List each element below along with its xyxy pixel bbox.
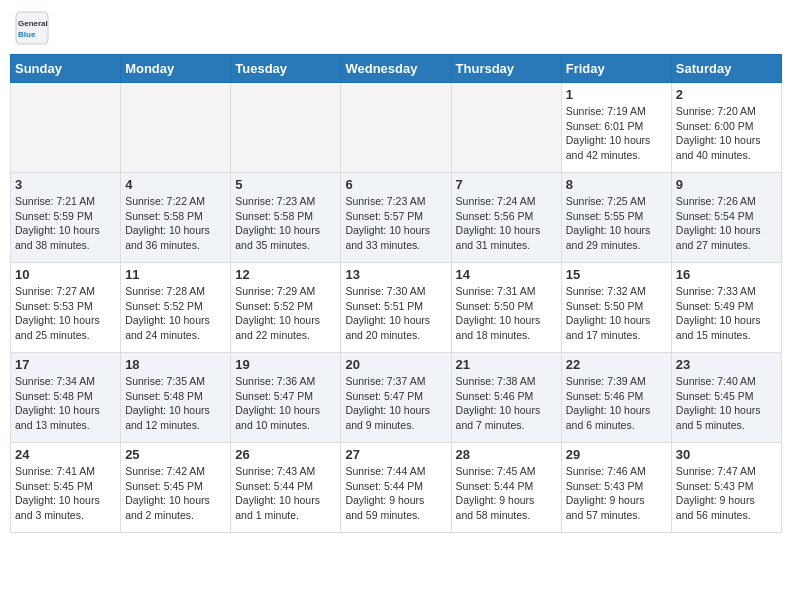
day-info: Sunrise: 7:41 AM Sunset: 5:45 PM Dayligh… [15, 464, 116, 523]
calendar-cell: 22Sunrise: 7:39 AM Sunset: 5:46 PM Dayli… [561, 353, 671, 443]
header-day: Sunday [11, 55, 121, 83]
calendar-cell: 23Sunrise: 7:40 AM Sunset: 5:45 PM Dayli… [671, 353, 781, 443]
day-number: 12 [235, 267, 336, 282]
header-day: Thursday [451, 55, 561, 83]
day-info: Sunrise: 7:30 AM Sunset: 5:51 PM Dayligh… [345, 284, 446, 343]
calendar-cell: 17Sunrise: 7:34 AM Sunset: 5:48 PM Dayli… [11, 353, 121, 443]
calendar-cell: 24Sunrise: 7:41 AM Sunset: 5:45 PM Dayli… [11, 443, 121, 533]
svg-rect-0 [16, 12, 48, 44]
day-number: 30 [676, 447, 777, 462]
calendar-cell: 30Sunrise: 7:47 AM Sunset: 5:43 PM Dayli… [671, 443, 781, 533]
day-info: Sunrise: 7:25 AM Sunset: 5:55 PM Dayligh… [566, 194, 667, 253]
calendar-cell: 13Sunrise: 7:30 AM Sunset: 5:51 PM Dayli… [341, 263, 451, 353]
calendar-cell: 8Sunrise: 7:25 AM Sunset: 5:55 PM Daylig… [561, 173, 671, 263]
calendar-body: 1Sunrise: 7:19 AM Sunset: 6:01 PM Daylig… [11, 83, 782, 533]
logo-svg: General Blue [14, 10, 50, 46]
day-number: 18 [125, 357, 226, 372]
day-number: 19 [235, 357, 336, 372]
day-info: Sunrise: 7:23 AM Sunset: 5:57 PM Dayligh… [345, 194, 446, 253]
svg-text:General: General [18, 19, 48, 28]
calendar-cell: 2Sunrise: 7:20 AM Sunset: 6:00 PM Daylig… [671, 83, 781, 173]
calendar-cell: 25Sunrise: 7:42 AM Sunset: 5:45 PM Dayli… [121, 443, 231, 533]
day-number: 9 [676, 177, 777, 192]
header-day: Monday [121, 55, 231, 83]
day-number: 27 [345, 447, 446, 462]
day-info: Sunrise: 7:24 AM Sunset: 5:56 PM Dayligh… [456, 194, 557, 253]
day-info: Sunrise: 7:19 AM Sunset: 6:01 PM Dayligh… [566, 104, 667, 163]
calendar-cell: 6Sunrise: 7:23 AM Sunset: 5:57 PM Daylig… [341, 173, 451, 263]
day-number: 16 [676, 267, 777, 282]
day-info: Sunrise: 7:20 AM Sunset: 6:00 PM Dayligh… [676, 104, 777, 163]
day-number: 25 [125, 447, 226, 462]
day-number: 26 [235, 447, 336, 462]
svg-text:Blue: Blue [18, 30, 36, 39]
calendar-cell: 12Sunrise: 7:29 AM Sunset: 5:52 PM Dayli… [231, 263, 341, 353]
day-number: 22 [566, 357, 667, 372]
calendar-cell: 1Sunrise: 7:19 AM Sunset: 6:01 PM Daylig… [561, 83, 671, 173]
calendar-week: 17Sunrise: 7:34 AM Sunset: 5:48 PM Dayli… [11, 353, 782, 443]
calendar-cell [11, 83, 121, 173]
day-number: 11 [125, 267, 226, 282]
calendar-cell: 20Sunrise: 7:37 AM Sunset: 5:47 PM Dayli… [341, 353, 451, 443]
day-number: 29 [566, 447, 667, 462]
calendar-cell [121, 83, 231, 173]
day-info: Sunrise: 7:46 AM Sunset: 5:43 PM Dayligh… [566, 464, 667, 523]
day-info: Sunrise: 7:40 AM Sunset: 5:45 PM Dayligh… [676, 374, 777, 433]
calendar-cell: 16Sunrise: 7:33 AM Sunset: 5:49 PM Dayli… [671, 263, 781, 353]
day-number: 7 [456, 177, 557, 192]
day-info: Sunrise: 7:37 AM Sunset: 5:47 PM Dayligh… [345, 374, 446, 433]
day-info: Sunrise: 7:32 AM Sunset: 5:50 PM Dayligh… [566, 284, 667, 343]
day-info: Sunrise: 7:34 AM Sunset: 5:48 PM Dayligh… [15, 374, 116, 433]
calendar-cell [341, 83, 451, 173]
day-number: 5 [235, 177, 336, 192]
day-info: Sunrise: 7:38 AM Sunset: 5:46 PM Dayligh… [456, 374, 557, 433]
calendar-table: SundayMondayTuesdayWednesdayThursdayFrid… [10, 54, 782, 533]
day-number: 23 [676, 357, 777, 372]
calendar-cell [231, 83, 341, 173]
day-info: Sunrise: 7:36 AM Sunset: 5:47 PM Dayligh… [235, 374, 336, 433]
day-number: 3 [15, 177, 116, 192]
calendar-cell: 18Sunrise: 7:35 AM Sunset: 5:48 PM Dayli… [121, 353, 231, 443]
day-info: Sunrise: 7:47 AM Sunset: 5:43 PM Dayligh… [676, 464, 777, 523]
day-number: 28 [456, 447, 557, 462]
calendar-week: 1Sunrise: 7:19 AM Sunset: 6:01 PM Daylig… [11, 83, 782, 173]
day-number: 13 [345, 267, 446, 282]
calendar-cell: 26Sunrise: 7:43 AM Sunset: 5:44 PM Dayli… [231, 443, 341, 533]
calendar-cell: 28Sunrise: 7:45 AM Sunset: 5:44 PM Dayli… [451, 443, 561, 533]
day-info: Sunrise: 7:23 AM Sunset: 5:58 PM Dayligh… [235, 194, 336, 253]
calendar-cell: 11Sunrise: 7:28 AM Sunset: 5:52 PM Dayli… [121, 263, 231, 353]
calendar-cell: 4Sunrise: 7:22 AM Sunset: 5:58 PM Daylig… [121, 173, 231, 263]
day-number: 6 [345, 177, 446, 192]
day-info: Sunrise: 7:33 AM Sunset: 5:49 PM Dayligh… [676, 284, 777, 343]
day-info: Sunrise: 7:22 AM Sunset: 5:58 PM Dayligh… [125, 194, 226, 253]
day-info: Sunrise: 7:26 AM Sunset: 5:54 PM Dayligh… [676, 194, 777, 253]
day-number: 1 [566, 87, 667, 102]
day-info: Sunrise: 7:35 AM Sunset: 5:48 PM Dayligh… [125, 374, 226, 433]
header-day: Saturday [671, 55, 781, 83]
day-number: 17 [15, 357, 116, 372]
calendar-cell: 29Sunrise: 7:46 AM Sunset: 5:43 PM Dayli… [561, 443, 671, 533]
calendar-cell: 3Sunrise: 7:21 AM Sunset: 5:59 PM Daylig… [11, 173, 121, 263]
calendar-week: 24Sunrise: 7:41 AM Sunset: 5:45 PM Dayli… [11, 443, 782, 533]
day-number: 10 [15, 267, 116, 282]
day-number: 8 [566, 177, 667, 192]
header-day: Friday [561, 55, 671, 83]
calendar-cell: 14Sunrise: 7:31 AM Sunset: 5:50 PM Dayli… [451, 263, 561, 353]
day-info: Sunrise: 7:43 AM Sunset: 5:44 PM Dayligh… [235, 464, 336, 523]
calendar-cell [451, 83, 561, 173]
day-info: Sunrise: 7:45 AM Sunset: 5:44 PM Dayligh… [456, 464, 557, 523]
header: General Blue [10, 10, 782, 46]
header-day: Wednesday [341, 55, 451, 83]
day-number: 4 [125, 177, 226, 192]
calendar-week: 10Sunrise: 7:27 AM Sunset: 5:53 PM Dayli… [11, 263, 782, 353]
day-number: 2 [676, 87, 777, 102]
day-info: Sunrise: 7:29 AM Sunset: 5:52 PM Dayligh… [235, 284, 336, 343]
day-number: 21 [456, 357, 557, 372]
day-number: 20 [345, 357, 446, 372]
day-number: 15 [566, 267, 667, 282]
day-info: Sunrise: 7:39 AM Sunset: 5:46 PM Dayligh… [566, 374, 667, 433]
calendar-cell: 5Sunrise: 7:23 AM Sunset: 5:58 PM Daylig… [231, 173, 341, 263]
calendar-cell: 15Sunrise: 7:32 AM Sunset: 5:50 PM Dayli… [561, 263, 671, 353]
day-info: Sunrise: 7:27 AM Sunset: 5:53 PM Dayligh… [15, 284, 116, 343]
logo: General Blue [14, 10, 50, 46]
